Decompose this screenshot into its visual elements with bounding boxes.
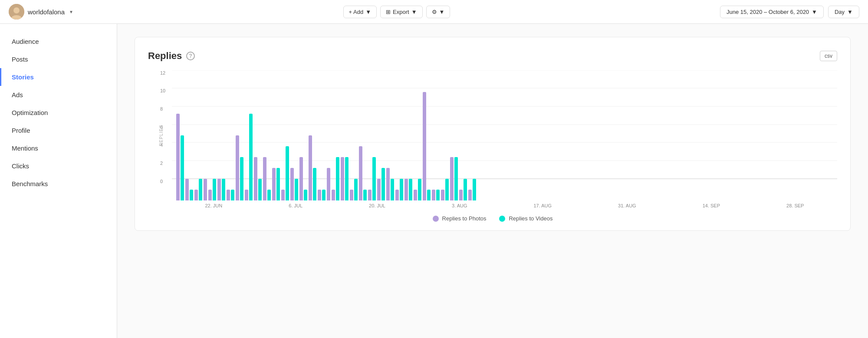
- sidebar-item-profile[interactable]: Profile: [0, 121, 117, 139]
- sidebar-label-mentions: Mentions: [12, 144, 38, 152]
- sidebar-item-optimization[interactable]: Optimization: [0, 104, 117, 121]
- x-label-sep28: 28. SEP: [786, 203, 804, 208]
- add-button[interactable]: + Add ▼: [343, 6, 377, 18]
- bar-cyan-16: [322, 190, 326, 200]
- x-label-sep14: 14. SEP: [703, 203, 720, 208]
- bar-cyan-31: [454, 157, 458, 200]
- help-icon[interactable]: ?: [186, 52, 195, 60]
- legend-dot-videos: [499, 216, 505, 222]
- bar-cyan-14: [304, 190, 307, 200]
- sidebar-item-audience[interactable]: Audience: [0, 33, 117, 50]
- sidebar-label-posts: Posts: [12, 56, 28, 63]
- gear-icon: ⚙: [432, 9, 437, 15]
- settings-button[interactable]: ⚙ ▼: [426, 6, 450, 18]
- bar-group-0: [176, 114, 184, 200]
- bar-group-7: [236, 135, 243, 200]
- chart-inner: 22. JUN 6. JUL 20. JUL 3. AUG 17. AUG 31…: [172, 70, 837, 208]
- bar-cyan-22: [372, 157, 376, 200]
- bar-group-33: [468, 179, 476, 200]
- export-button[interactable]: ⊞ Export ▼: [380, 6, 422, 18]
- bar-group-14: [299, 157, 307, 200]
- bar-purple-2: [194, 190, 198, 200]
- bar-purple-9: [254, 157, 257, 200]
- sidebar-item-ads[interactable]: Ads: [0, 86, 117, 104]
- bar-group-10: [263, 157, 271, 200]
- bar-purple-6: [227, 190, 230, 200]
- bar-cyan-13: [295, 179, 298, 200]
- y-label-8: 8: [160, 106, 163, 112]
- bar-purple-10: [263, 157, 266, 200]
- bar-purple-32: [459, 190, 463, 200]
- bar-group-21: [359, 146, 367, 200]
- sidebar-item-stories[interactable]: Stories: [0, 68, 117, 86]
- bar-purple-5: [217, 179, 221, 200]
- bar-group-22: [368, 157, 376, 200]
- account-name: worldofalona: [28, 8, 65, 16]
- bar-cyan-12: [286, 146, 289, 200]
- bar-purple-24: [386, 168, 390, 200]
- export-icon: ⊞: [386, 9, 391, 15]
- bar-cyan-8: [249, 114, 253, 200]
- bar-cyan-20: [354, 179, 358, 200]
- legend-videos: Replies to Videos: [499, 215, 552, 222]
- sidebar-item-mentions[interactable]: Mentions: [0, 139, 117, 157]
- sidebar-label-benchmarks: Benchmarks: [12, 180, 48, 187]
- bar-purple-0: [176, 114, 180, 200]
- bar-purple-15: [309, 135, 312, 200]
- bar-purple-19: [341, 157, 344, 200]
- sidebar-item-benchmarks[interactable]: Benchmarks: [0, 175, 117, 193]
- bar-purple-3: [204, 179, 207, 200]
- sidebar-label-audience: Audience: [12, 38, 39, 45]
- settings-chevron-icon: ▼: [439, 9, 445, 15]
- avatar[interactable]: [9, 4, 24, 20]
- bar-cyan-29: [436, 190, 440, 200]
- bar-purple-33: [468, 190, 472, 200]
- bar-cyan-33: [473, 179, 476, 200]
- chart-container: 12 10 8 6 4 2 0 REPLIES: [148, 70, 837, 208]
- x-label-jul6: 6. JUL: [289, 203, 302, 208]
- bar-group-6: [227, 190, 234, 200]
- bar-cyan-0: [181, 135, 184, 200]
- x-label-jun22: 22. JUN: [205, 203, 223, 208]
- chart-header: Replies ? csv: [148, 50, 837, 62]
- granularity-button[interactable]: Day ▼: [828, 6, 859, 18]
- add-label: + Add: [349, 9, 364, 15]
- bar-group-8: [245, 114, 253, 200]
- date-range-label: June 15, 2020 – October 6, 2020: [727, 9, 809, 15]
- bar-purple-8: [245, 190, 248, 200]
- bar-purple-20: [350, 190, 353, 200]
- bar-purple-4: [208, 190, 212, 200]
- bar-group-11: [272, 168, 280, 200]
- csv-button[interactable]: csv: [820, 51, 837, 61]
- bar-cyan-24: [391, 179, 394, 200]
- bar-purple-30: [441, 190, 444, 200]
- bar-cyan-32: [464, 179, 467, 200]
- bar-group-30: [441, 179, 449, 200]
- legend-label-videos: Replies to Videos: [509, 215, 552, 222]
- bar-group-12: [281, 146, 289, 200]
- sidebar-item-clicks[interactable]: Clicks: [0, 157, 117, 175]
- sidebar-item-posts[interactable]: Posts: [0, 50, 117, 68]
- bar-purple-14: [299, 157, 303, 200]
- bar-cyan-5: [222, 179, 225, 200]
- x-label-aug3: 3. AUG: [452, 203, 467, 208]
- sidebar-label-optimization: Optimization: [12, 109, 48, 116]
- account-chevron-icon[interactable]: ▼: [69, 10, 73, 14]
- y-label-0: 0: [160, 179, 163, 184]
- bar-cyan-9: [258, 179, 262, 200]
- legend-photos: Replies to Photos: [433, 215, 487, 222]
- date-range-chevron-icon: ▼: [812, 9, 817, 15]
- sidebar-label-clicks: Clicks: [12, 162, 29, 170]
- x-label-aug31: 31. AUG: [618, 203, 636, 208]
- date-range-button[interactable]: June 15, 2020 – October 6, 2020 ▼: [720, 6, 824, 18]
- bar-cyan-28: [427, 190, 431, 200]
- bar-cyan-4: [213, 179, 216, 200]
- export-label: Export: [393, 9, 409, 15]
- bar-purple-7: [236, 135, 239, 200]
- sidebar-label-stories: Stories: [12, 73, 34, 81]
- bar-group-19: [341, 157, 349, 200]
- bar-cyan-21: [363, 190, 367, 200]
- granularity-label: Day: [835, 9, 845, 15]
- bar-group-28: [423, 92, 431, 200]
- y-label-2: 2: [160, 161, 163, 166]
